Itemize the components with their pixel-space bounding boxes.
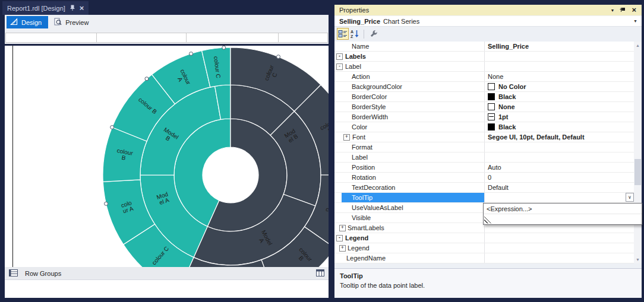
property-row[interactable]: ToolTip∨ bbox=[334, 193, 634, 203]
property-row[interactable]: NameSelling_Price bbox=[334, 42, 634, 52]
scrollbar[interactable]: ▲ ▼ bbox=[634, 42, 642, 263]
property-name: Format bbox=[334, 142, 372, 152]
property-value-cell[interactable] bbox=[484, 243, 634, 253]
close-icon[interactable]: × bbox=[632, 7, 636, 13]
design-surface[interactable]: colour CcolourAcolour BcolourBcolour Aco… bbox=[5, 46, 329, 267]
property-value-cell[interactable]: Black bbox=[484, 122, 634, 132]
property-value-cell[interactable]: Black bbox=[484, 92, 634, 101]
sunburst-chart[interactable]: colour CcolourAcolour BcolourBcolour Aco… bbox=[5, 46, 329, 267]
expand-icon[interactable]: + bbox=[339, 245, 346, 252]
property-row[interactable]: -Legend bbox=[334, 233, 634, 243]
selection-handle[interactable] bbox=[222, 46, 226, 49]
property-value-cell[interactable] bbox=[484, 142, 634, 152]
property-value-cell[interactable]: 1pt bbox=[484, 112, 634, 122]
property-row[interactable]: -Labels bbox=[334, 52, 634, 62]
combo-dropdown-button[interactable]: ∨ bbox=[626, 193, 634, 202]
property-value-cell[interactable]: None bbox=[484, 102, 634, 112]
selection-handle[interactable] bbox=[105, 202, 108, 205]
toolbar-separator bbox=[364, 30, 364, 39]
property-value-cell[interactable] bbox=[484, 233, 634, 243]
design-button[interactable]: Design bbox=[7, 16, 48, 28]
pin-icon[interactable] bbox=[620, 7, 626, 13]
property-row[interactable]: BorderColorBlack bbox=[334, 92, 634, 102]
description-title: ToolTip bbox=[340, 272, 636, 279]
property-name: Name bbox=[334, 42, 369, 51]
object-selector[interactable]: Selling_Price Chart Series ▼ bbox=[334, 16, 642, 27]
window-menu-icon[interactable]: ▼ bbox=[610, 8, 614, 12]
property-row[interactable]: BorderStyleNone bbox=[334, 102, 634, 112]
property-row[interactable]: Format bbox=[334, 142, 634, 152]
expand-icon[interactable]: + bbox=[343, 134, 350, 141]
property-name: ToolTip bbox=[334, 193, 372, 202]
property-value-cell[interactable]: No Color bbox=[484, 82, 634, 91]
property-row[interactable]: ActionNone bbox=[334, 72, 634, 82]
scroll-down-icon[interactable]: ▼ bbox=[634, 256, 642, 263]
selection-handle[interactable] bbox=[111, 125, 114, 129]
property-value-cell[interactable]: 0 bbox=[484, 173, 634, 182]
expand-icon[interactable]: + bbox=[339, 225, 346, 231]
property-name: Visible bbox=[334, 213, 371, 222]
chevron-down-icon: ▼ bbox=[633, 19, 637, 23]
property-row[interactable]: BorderWidth1pt bbox=[334, 112, 634, 122]
collapse-icon[interactable]: - bbox=[336, 235, 343, 241]
design-header-cell[interactable] bbox=[187, 33, 279, 42]
object-name: Selling_Price bbox=[339, 18, 380, 25]
properties-panel: Properties ▼ × Selling_Price Chart Serie… bbox=[334, 5, 642, 298]
property-value-cell[interactable]: None bbox=[484, 72, 634, 81]
property-value-cell[interactable]: Segoe UI, 10pt, Default, Default bbox=[484, 132, 634, 142]
property-row[interactable]: BackgroundColorNo Color bbox=[334, 82, 634, 92]
property-value-cell[interactable] bbox=[484, 253, 634, 263]
property-row[interactable]: -Label bbox=[334, 62, 634, 72]
color-swatch bbox=[488, 83, 495, 90]
property-row[interactable]: Label bbox=[334, 152, 634, 163]
property-row[interactable]: PositionAuto bbox=[334, 163, 634, 173]
dropdown-item-expression[interactable]: <Expression...> bbox=[484, 204, 642, 214]
close-icon[interactable]: × bbox=[80, 5, 84, 11]
property-row[interactable]: +Legend bbox=[334, 243, 634, 253]
collapse-icon[interactable]: - bbox=[336, 63, 343, 70]
property-value: No Color bbox=[498, 82, 526, 91]
property-row[interactable]: Rotation0 bbox=[334, 173, 634, 183]
preview-button[interactable]: Preview bbox=[54, 16, 89, 28]
property-pages-icon[interactable] bbox=[367, 28, 379, 40]
properties-title: Properties bbox=[339, 7, 369, 14]
property-row[interactable]: TextDecorationDefault bbox=[334, 183, 634, 193]
property-name: Position bbox=[334, 163, 375, 172]
hatch-swatch bbox=[484, 215, 493, 224]
property-value-cell[interactable] bbox=[484, 152, 634, 162]
collapse-icon[interactable]: - bbox=[336, 53, 343, 60]
design-header-cell[interactable] bbox=[97, 33, 187, 42]
property-row[interactable]: +FontSegoe UI, 10pt, Default, Default bbox=[334, 132, 634, 142]
property-value-cell[interactable] bbox=[484, 52, 634, 61]
selection-handle[interactable] bbox=[277, 55, 280, 59]
property-name: Rotation bbox=[334, 173, 376, 182]
tooltip-dropdown: <Expression...> bbox=[483, 203, 642, 225]
sort-alphabetical-icon[interactable]: AZ bbox=[349, 28, 361, 40]
property-value-cell[interactable] bbox=[484, 62, 634, 71]
property-value-cell[interactable]: Selling_Price bbox=[484, 42, 634, 51]
property-value: Selling_Price bbox=[488, 42, 529, 51]
property-value-cell[interactable]: ∨ bbox=[484, 193, 634, 202]
dropdown-item-hatch[interactable] bbox=[484, 214, 642, 224]
color-swatch bbox=[488, 93, 495, 100]
property-value: 0 bbox=[488, 173, 491, 182]
design-header-cell[interactable] bbox=[279, 33, 327, 42]
property-name: Font bbox=[334, 132, 365, 142]
design-header-cell[interactable] bbox=[6, 33, 97, 42]
property-row[interactable]: ColorBlack bbox=[334, 122, 634, 132]
pin-icon[interactable] bbox=[70, 5, 75, 11]
properties-title-bar[interactable]: Properties ▼ × bbox=[334, 5, 642, 15]
document-tab[interactable]: Report1.rdl [Design] × bbox=[2, 1, 89, 15]
selection-handle[interactable] bbox=[190, 52, 193, 56]
row-groups-icon[interactable] bbox=[9, 269, 18, 278]
scroll-up-icon[interactable]: ▲ bbox=[634, 42, 642, 49]
property-value-cell[interactable]: Default bbox=[484, 183, 634, 192]
categorized-icon[interactable] bbox=[337, 28, 349, 40]
scrollbar-thumb[interactable] bbox=[634, 159, 641, 185]
column-groups-icon[interactable] bbox=[316, 269, 324, 278]
property-value-cell[interactable]: Auto bbox=[484, 163, 634, 172]
property-value: Auto bbox=[488, 163, 501, 172]
property-grid: NameSelling_Price-Labels-LabelActionNone… bbox=[334, 42, 634, 263]
selection-handle[interactable] bbox=[145, 77, 149, 81]
property-row[interactable]: LegendName bbox=[334, 253, 634, 263]
